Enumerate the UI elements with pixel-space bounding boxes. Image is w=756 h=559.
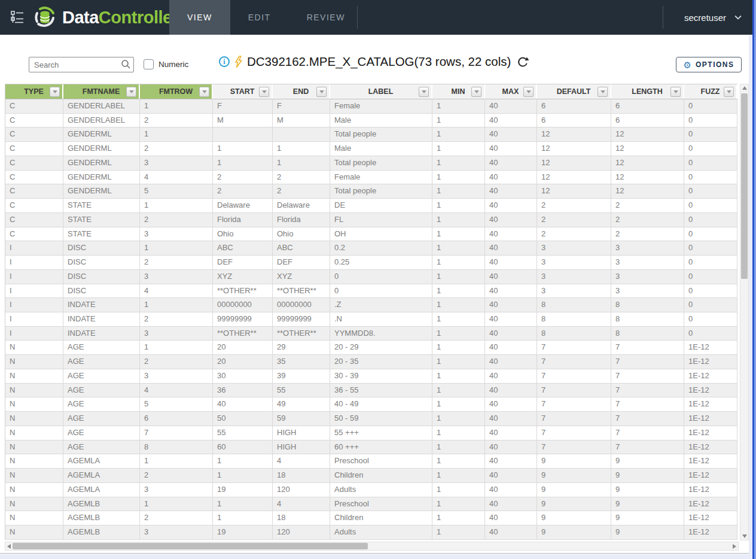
grid-cell[interactable]: C <box>5 184 63 199</box>
scroll-right-arrow-icon[interactable] <box>733 544 736 549</box>
grid-cell[interactable]: 3 <box>611 241 684 256</box>
table-row[interactable]: NAGEMLB2118Children140991E-12 <box>5 511 737 525</box>
grid-cell[interactable]: 2 <box>140 142 213 156</box>
grid-cell[interactable]: 0 <box>684 284 737 299</box>
grid-cell[interactable]: 1 <box>140 199 213 213</box>
grid-cell[interactable]: GENDERML <box>63 142 140 156</box>
grid-cell[interactable]: AGEMLA <box>63 483 140 497</box>
table-row[interactable]: NAGE755HIGH55 +++140771E-12 <box>5 426 737 440</box>
grid-cell[interactable]: AGE <box>63 355 140 369</box>
table-row[interactable]: NAGE3303930 - 39140771E-12 <box>5 369 737 384</box>
grid-cell[interactable]: 1 <box>213 142 273 156</box>
grid-cell[interactable]: 7 <box>611 384 684 398</box>
grid-cell[interactable]: GENDERML <box>63 184 140 199</box>
grid-cell[interactable]: 1 <box>140 497 213 512</box>
grid-cell[interactable]: 1E-12 <box>684 355 737 369</box>
column-header-start[interactable]: START <box>213 84 273 99</box>
grid-cell[interactable]: XYZ <box>273 270 330 284</box>
grid-cell[interactable]: 4 <box>140 171 213 185</box>
grid-cell[interactable]: YYMMDD8. <box>330 327 432 341</box>
grid-cell[interactable]: 2 <box>537 227 611 242</box>
grid-cell[interactable]: 1 <box>432 384 485 398</box>
grid-cell[interactable]: 7 <box>611 341 684 355</box>
grid-cell[interactable]: **OTHER** <box>213 284 273 299</box>
grid-cell[interactable]: 40 <box>485 426 537 440</box>
scroll-down-arrow-icon[interactable] <box>742 534 747 538</box>
grid-cell[interactable]: DISC <box>63 256 140 270</box>
table-row[interactable]: NAGEMLB114Preschool140991E-12 <box>5 497 737 512</box>
grid-cell[interactable]: 20 - 29 <box>330 341 432 355</box>
grid-cell[interactable]: F <box>273 99 330 114</box>
grid-cell[interactable]: N <box>5 497 63 512</box>
grid-cell[interactable]: HIGH <box>273 440 330 455</box>
grid-cell[interactable]: 0 <box>684 327 737 341</box>
grid-cell[interactable]: 1 <box>432 327 485 341</box>
grid-cell[interactable]: N <box>5 454 63 469</box>
grid-cell[interactable]: 5 <box>140 397 213 412</box>
grid-cell[interactable]: 9 <box>537 483 611 497</box>
grid-cell[interactable]: 3 <box>611 256 684 270</box>
column-header-type[interactable]: TYPE <box>5 84 63 99</box>
grid-cell[interactable]: 1 <box>432 156 485 171</box>
scroll-up-arrow-icon[interactable] <box>742 86 747 90</box>
grid-cell[interactable]: 40 <box>485 497 537 512</box>
grid-cell[interactable]: 3 <box>611 270 684 284</box>
table-row[interactable]: CGENDERLABEL1FFFemale140660 <box>5 99 737 114</box>
grid-cell[interactable]: Total people <box>330 127 432 142</box>
grid-cell[interactable]: I <box>5 241 63 256</box>
grid-cell[interactable]: 9 <box>611 483 684 497</box>
grid-cell[interactable]: Children <box>330 469 432 483</box>
grid-cell[interactable]: **OTHER** <box>273 327 330 341</box>
grid-cell[interactable]: 1 <box>213 156 273 171</box>
app-logo[interactable]: DataController <box>32 5 178 30</box>
grid-cell[interactable]: 0.25 <box>330 256 432 270</box>
grid-cell[interactable]: 40 <box>485 156 537 171</box>
grid-cell[interactable]: 7 <box>611 369 684 384</box>
grid-cell[interactable]: 8 <box>611 298 684 312</box>
grid-cell[interactable]: C <box>5 114 63 128</box>
grid-cell[interactable]: 6 <box>611 99 684 114</box>
grid-cell[interactable]: 40 <box>485 341 537 355</box>
grid-cell[interactable]: 40 <box>485 412 537 426</box>
table-row[interactable]: NAGEMLA2118Children140991E-12 <box>5 469 737 483</box>
refresh-button[interactable] <box>516 55 529 68</box>
grid-cell[interactable]: 1E-12 <box>684 426 737 440</box>
grid-cell[interactable]: 3 <box>140 270 213 284</box>
table-row[interactable]: CGENDERML211Male14012120 <box>5 142 737 156</box>
grid-cell[interactable]: N <box>5 525 63 540</box>
grid-cell[interactable]: 1 <box>432 397 485 412</box>
grid-cell[interactable]: 9 <box>611 511 684 525</box>
grid-cell[interactable]: N <box>5 426 63 440</box>
grid-cell[interactable]: 1 <box>432 298 485 312</box>
grid-cell[interactable]: Total people <box>330 184 432 199</box>
grid-cell[interactable]: 2 <box>140 256 213 270</box>
grid-cell[interactable]: AGE <box>63 341 140 355</box>
grid-cell[interactable]: 40 <box>485 469 537 483</box>
grid-cell[interactable]: Children <box>330 511 432 525</box>
grid-cell[interactable]: 0 <box>684 142 737 156</box>
grid-cell[interactable]: 1 <box>432 426 485 440</box>
grid-cell[interactable]: 1 <box>432 497 485 512</box>
grid-cell[interactable]: 1 <box>432 127 485 142</box>
search-input[interactable] <box>29 57 134 72</box>
grid-cell[interactable]: 40 <box>485 199 537 213</box>
grid-cell[interactable]: 4 <box>140 284 213 299</box>
table-row[interactable]: IDISC2DEFDEF0.25140330 <box>5 256 737 270</box>
grid-cell[interactable]: 39 <box>273 369 330 384</box>
grid-cell[interactable]: 3 <box>140 156 213 171</box>
grid-cell[interactable]: DE <box>330 199 432 213</box>
grid-cell[interactable]: 0.2 <box>330 241 432 256</box>
grid-cell[interactable]: 2 <box>140 511 213 525</box>
grid-cell[interactable]: ABC <box>213 241 273 256</box>
grid-cell[interactable]: 12 <box>611 127 684 142</box>
grid-cell[interactable]: 0 <box>684 241 737 256</box>
table-row[interactable]: NAGE5404940 - 49140771E-12 <box>5 397 737 412</box>
grid-cell[interactable]: 1 <box>432 511 485 525</box>
grid-cell[interactable]: 40 <box>485 127 537 142</box>
grid-cell[interactable]: INDATE <box>63 298 140 312</box>
grid-cell[interactable]: 40 <box>485 440 537 455</box>
grid-cell[interactable]: 1 <box>213 469 273 483</box>
grid-cell[interactable]: 120 <box>273 483 330 497</box>
grid-cell[interactable]: 50 - 59 <box>330 412 432 426</box>
grid-cell[interactable]: 9 <box>611 525 684 540</box>
